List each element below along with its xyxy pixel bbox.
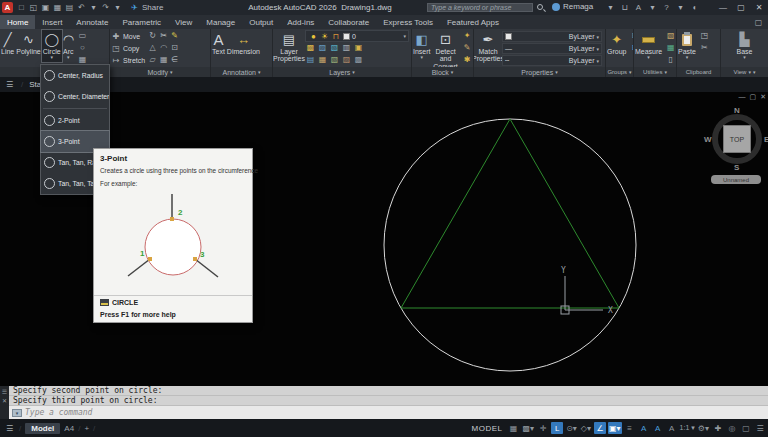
customization-menu-icon[interactable]: ☰: [754, 422, 766, 434]
save-icon[interactable]: ▣: [40, 2, 51, 13]
panel-label-properties[interactable]: Properties▾: [474, 67, 605, 77]
move-button[interactable]: ✚ Move: [110, 30, 145, 42]
arc-button[interactable]: ◠ Arc ▾: [62, 30, 75, 62]
new-layout-button[interactable]: +: [84, 424, 89, 433]
tab-express-tools[interactable]: Express Tools: [376, 15, 440, 29]
quick-calc-icon[interactable]: ▦: [665, 42, 676, 53]
viewcube-north[interactable]: N: [734, 106, 740, 115]
undo-icon[interactable]: ↶: [76, 2, 87, 13]
alert-caret-icon[interactable]: ▾: [647, 2, 658, 13]
tab-manage[interactable]: Manage: [199, 15, 242, 29]
object-color-dropdown[interactable]: ByLayer ▾: [502, 31, 602, 42]
dynamic-input-icon[interactable]: ✛: [537, 422, 549, 434]
chat-icon[interactable]: ◖: [689, 2, 700, 13]
mirror-icon[interactable]: △: [147, 42, 158, 53]
app-logo-icon[interactable]: A: [2, 2, 13, 13]
panel-label-groups[interactable]: Groups▾: [606, 67, 633, 77]
tab-featured-apps[interactable]: Featured Apps: [440, 15, 506, 29]
panel-label-layers[interactable]: Layers▾: [273, 67, 411, 77]
annotation-visibility-icon[interactable]: A: [638, 422, 650, 434]
insert-block-button[interactable]: ◧ Insert ▾: [412, 30, 432, 62]
panel-label-view[interactable]: View▾▾: [721, 67, 768, 77]
linetype-dropdown[interactable]: ┄ ByLayer ▾: [502, 55, 602, 66]
share-button[interactable]: ✈ Share: [129, 2, 163, 13]
viewcube-south[interactable]: S: [734, 163, 739, 172]
detect-convert-button[interactable]: ⊡ Detect and Convert: [432, 30, 460, 71]
cut-icon[interactable]: ✂: [699, 42, 710, 53]
grid-display-icon[interactable]: ▦: [508, 422, 520, 434]
annotation-autoscale-icon[interactable]: A: [652, 422, 664, 434]
panel-label-clipboard[interactable]: Clipboard: [677, 67, 720, 77]
layer-make-current-icon[interactable]: ▣: [353, 42, 364, 53]
plot-icon[interactable]: ▤: [64, 2, 75, 13]
rectangle-icon[interactable]: ▭: [77, 30, 88, 41]
copy-clip-icon[interactable]: ◳: [699, 30, 710, 41]
base-button[interactable]: ▙ Base ▾: [736, 30, 754, 62]
restore-button[interactable]: ▢: [732, 0, 750, 15]
tab-parametric[interactable]: Parametric: [115, 15, 168, 29]
trim-icon[interactable]: ✂: [158, 30, 169, 41]
tab-insert[interactable]: Insert: [35, 15, 69, 29]
layer-dropdown[interactable]: ●☀⊓ 0 ▾: [305, 30, 409, 42]
layer-freeze-icon[interactable]: ▧: [329, 42, 340, 53]
help-icon[interactable]: ?: [661, 2, 672, 13]
layer-on-bulb-icon[interactable]: ●: [308, 31, 319, 42]
paste-button[interactable]: Paste ▾: [677, 30, 697, 62]
isometric-drafting-icon[interactable]: ◇▾: [580, 422, 592, 434]
dimension-button[interactable]: ↔ Dimension: [226, 30, 261, 56]
lineweight-display-icon[interactable]: ≡: [624, 422, 636, 434]
id-point-icon[interactable]: ▯: [665, 54, 676, 65]
layer-unlock-tool-icon[interactable]: ▧: [329, 54, 340, 65]
block-attrib-icon[interactable]: ✱: [462, 54, 473, 65]
command-prompt-icon[interactable]: ▾: [12, 409, 22, 417]
isolate-objects-icon[interactable]: ◎: [726, 422, 738, 434]
search-icon[interactable]: [537, 4, 543, 10]
layout-tab-a4[interactable]: A4: [64, 424, 74, 433]
menu-item-center-diameter[interactable]: Center, Diameter: [41, 86, 109, 107]
file-tabs-menu-icon[interactable]: ☰: [4, 79, 15, 90]
explode-icon[interactable]: ∈: [169, 54, 180, 65]
layer-prev-icon[interactable]: ▦: [317, 54, 328, 65]
redo-icon[interactable]: ↷: [100, 2, 111, 13]
layer-isolate-icon[interactable]: ▨: [317, 42, 328, 53]
measure-button[interactable]: Measure ▾: [634, 30, 663, 62]
coordinate-system-dropdown[interactable]: Unnamed: [711, 175, 761, 184]
annotation-scale-icon[interactable]: A: [666, 422, 678, 434]
tab-output[interactable]: Output: [242, 15, 280, 29]
help-caret-icon[interactable]: ▾: [675, 2, 686, 13]
array-icon[interactable]: ▦: [158, 54, 169, 65]
circle-button[interactable]: ◯ Circle ▾: [42, 30, 62, 62]
redo-caret-icon[interactable]: ▾: [112, 2, 123, 13]
menu-item-center-radius[interactable]: Center, Radius: [41, 65, 109, 86]
layer-thaw-sun-icon[interactable]: ☀: [319, 31, 330, 42]
fillet-icon[interactable]: ◠: [158, 42, 169, 53]
tab-view[interactable]: View: [168, 15, 199, 29]
command-input[interactable]: ▾ Type a command: [9, 406, 768, 419]
command-line-close-icon[interactable]: ✕: [2, 397, 7, 404]
tab-annotate[interactable]: Annotate: [69, 15, 115, 29]
clean-screen-icon[interactable]: ▢: [740, 422, 752, 434]
panel-label-utilities[interactable]: Utilities▾: [634, 67, 676, 77]
ortho-mode-icon[interactable]: L: [551, 422, 563, 434]
account-button[interactable]: Remaga: [552, 2, 593, 11]
viewport-restore-icon[interactable]: ▢: [750, 93, 757, 101]
tab-collaborate[interactable]: Collaborate: [321, 15, 376, 29]
block-editor-icon[interactable]: ✎: [462, 42, 473, 53]
offset-icon[interactable]: ⊡: [169, 42, 180, 53]
viewcube-top-face[interactable]: TOP: [723, 125, 751, 153]
viewcube-west[interactable]: W: [704, 135, 712, 144]
layout-menu-icon[interactable]: ☰: [4, 423, 15, 434]
object-snap-tracking-icon[interactable]: ∠: [594, 422, 606, 434]
save-as-icon[interactable]: ▦: [52, 2, 63, 13]
search-input[interactable]: Type a keyword or phrase: [427, 3, 533, 12]
layer-merge-icon[interactable]: ▩: [353, 54, 364, 65]
layer-unlock-icon[interactable]: ⊓: [330, 31, 341, 42]
stretch-button[interactable]: ↦ Stretch: [110, 54, 145, 66]
ribbon-options-icon[interactable]: ▢: [753, 17, 764, 28]
panel-label-annotation[interactable]: Annotation▾: [211, 67, 272, 77]
object-snap-icon[interactable]: ▣▾: [608, 422, 622, 434]
snap-mode-icon[interactable]: ▩▾: [522, 422, 536, 434]
alert-icon[interactable]: A: [633, 2, 644, 13]
layer-off-icon[interactable]: ▩: [305, 42, 316, 53]
ellipse-icon[interactable]: ○: [77, 42, 88, 53]
